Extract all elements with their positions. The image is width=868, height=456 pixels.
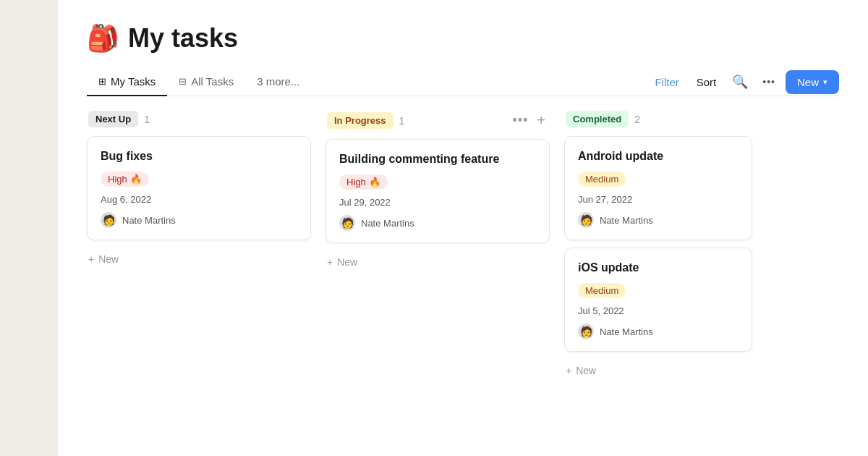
card-commenting-title: Building commenting feature: [339, 153, 536, 166]
assignee-name-android: Nate Martins: [600, 215, 653, 226]
priority-label: High: [108, 174, 127, 185]
avatar-commenting: 🧑: [339, 215, 355, 231]
assignee-name-commenting: Nate Martins: [361, 218, 414, 229]
page-title-row: 🎒 My tasks: [87, 23, 839, 54]
card-bug-fixes-priority: High 🔥: [101, 172, 149, 187]
priority-label-ios: Medium: [585, 285, 618, 296]
all-tasks-tab-icon: ⊟: [179, 76, 187, 87]
column-in-progress-header: In Progress 1 ••• +: [326, 111, 550, 130]
search-icon: 🔍: [732, 74, 748, 90]
filter-button[interactable]: Filter: [649, 72, 684, 93]
sort-button[interactable]: Sort: [691, 72, 723, 93]
tabs-left: ⊞ My Tasks ⊟ All Tasks 3 more...: [87, 68, 649, 96]
column-next-up-title: Next Up: [88, 111, 138, 127]
more-icon: •••: [762, 76, 775, 88]
column-in-progress-actions: ••• +: [509, 111, 548, 130]
column-completed-header: Completed 2: [564, 111, 752, 127]
avatar-ios: 🧑: [578, 324, 594, 339]
board: Next Up 1 Bug fixes High 🔥 Aug 6, 2022 🧑…: [58, 96, 868, 456]
plus-icon-next-up: +: [88, 253, 94, 265]
card-ios-priority: Medium: [578, 283, 626, 298]
assignee-name-ios: Nate Martins: [600, 326, 653, 337]
column-completed-title: Completed: [566, 111, 629, 127]
chevron-down-icon: ▾: [823, 77, 827, 87]
in-progress-add-button[interactable]: +: [534, 111, 548, 130]
tab-all-tasks-label: All Tasks: [191, 75, 234, 88]
card-bug-fixes-assignee: 🧑 Nate Martins: [101, 212, 297, 228]
tab-my-tasks[interactable]: ⊞ My Tasks: [87, 68, 167, 96]
assignee-name-bug-fixes: Nate Martins: [122, 215, 176, 226]
fire-icon: 🔥: [130, 174, 142, 185]
card-android-priority: Medium: [578, 172, 626, 187]
new-button-label: New: [797, 76, 819, 88]
column-completed: Completed 2 Android update Medium Jun 27…: [564, 111, 752, 442]
card-ios-date: Jul 5, 2022: [578, 305, 739, 316]
card-android-title: Android update: [578, 150, 739, 163]
tab-more[interactable]: 3 more...: [245, 68, 311, 96]
page-title-emoji: 🎒: [87, 23, 119, 54]
page-title: My tasks: [128, 23, 238, 54]
header: 🎒 My tasks ⊞ My Tasks ⊟ All Tasks 3 more…: [58, 0, 868, 96]
card-android-date: Jun 27, 2022: [578, 194, 739, 205]
column-next-up-count: 1: [144, 114, 150, 125]
add-new-completed-label: New: [576, 365, 596, 376]
more-options-button[interactable]: •••: [758, 72, 780, 92]
avatar-bug-fixes: 🧑: [101, 212, 116, 228]
add-new-in-progress[interactable]: + New: [326, 250, 550, 274]
column-in-progress: In Progress 1 ••• + Building commenting …: [326, 111, 550, 442]
card-commenting-assignee: 🧑 Nate Martins: [339, 215, 536, 231]
search-button[interactable]: 🔍: [728, 69, 752, 94]
add-new-in-progress-label: New: [337, 256, 357, 268]
plus-icon-completed: +: [566, 365, 571, 376]
in-progress-more-button[interactable]: •••: [509, 111, 531, 130]
add-new-next-up[interactable]: + New: [87, 248, 311, 271]
main-content: 🎒 My tasks ⊞ My Tasks ⊟ All Tasks 3 more…: [58, 0, 868, 456]
tabs-bar: ⊞ My Tasks ⊟ All Tasks 3 more... Filter …: [87, 68, 839, 96]
sidebar: [0, 0, 58, 456]
add-new-next-up-label: New: [98, 253, 119, 265]
card-bug-fixes[interactable]: Bug fixes High 🔥 Aug 6, 2022 🧑 Nate Mart…: [87, 136, 311, 240]
tab-more-label: 3 more...: [257, 75, 299, 88]
card-bug-fixes-date: Aug 6, 2022: [101, 194, 297, 205]
fire-icon-commenting: 🔥: [369, 177, 380, 187]
card-commenting-date: Jul 29, 2022: [339, 197, 536, 208]
new-button[interactable]: New ▾: [786, 70, 839, 94]
priority-label-commenting: High: [346, 177, 366, 187]
avatar-android: 🧑: [578, 212, 594, 228]
add-new-completed[interactable]: + New: [564, 359, 752, 382]
card-ios-title: iOS update: [578, 261, 739, 274]
column-next-up-header: Next Up 1: [87, 111, 311, 127]
card-ios-update[interactable]: iOS update Medium Jul 5, 2022 🧑 Nate Mar…: [564, 248, 752, 352]
card-commenting-feature[interactable]: Building commenting feature High 🔥 Jul 2…: [326, 139, 550, 243]
column-in-progress-title: In Progress: [327, 112, 393, 129]
card-commenting-priority: High 🔥: [339, 174, 388, 190]
tabs-right: Filter Sort 🔍 ••• New ▾: [649, 69, 839, 94]
tab-my-tasks-label: My Tasks: [111, 75, 156, 88]
priority-label-android: Medium: [585, 174, 618, 185]
my-tasks-tab-icon: ⊞: [98, 76, 106, 87]
card-android-assignee: 🧑 Nate Martins: [578, 212, 739, 228]
column-in-progress-count: 1: [399, 115, 405, 127]
column-completed-count: 2: [634, 114, 640, 125]
plus-icon-in-progress: +: [327, 256, 333, 268]
tab-all-tasks[interactable]: ⊟ All Tasks: [167, 68, 245, 96]
card-android-update[interactable]: Android update Medium Jun 27, 2022 🧑 Nat…: [564, 136, 752, 240]
card-bug-fixes-title: Bug fixes: [101, 150, 297, 163]
card-ios-assignee: 🧑 Nate Martins: [578, 324, 739, 339]
column-next-up: Next Up 1 Bug fixes High 🔥 Aug 6, 2022 🧑…: [87, 111, 311, 442]
